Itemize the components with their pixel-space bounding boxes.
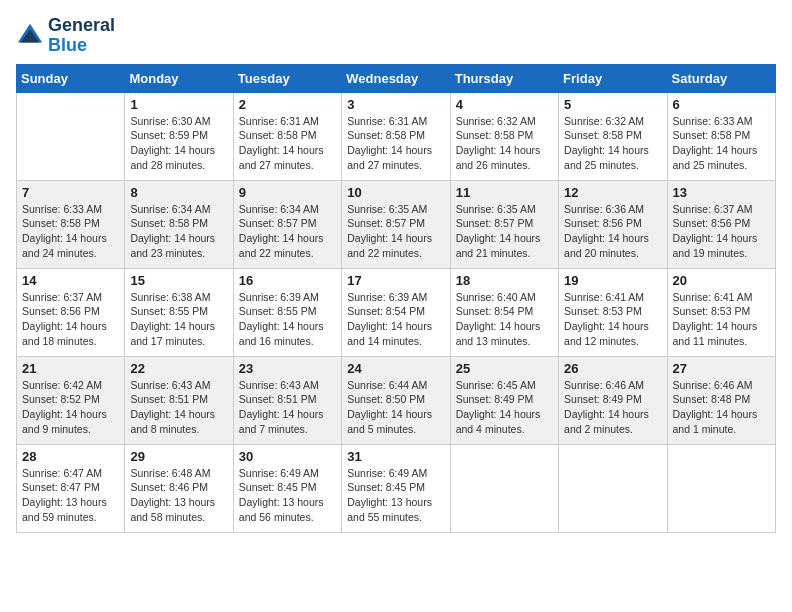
day-info: Sunrise: 6:39 AMSunset: 8:55 PMDaylight:…	[239, 290, 336, 349]
calendar-table: SundayMondayTuesdayWednesdayThursdayFrid…	[16, 64, 776, 533]
day-number: 13	[673, 185, 770, 200]
calendar-cell: 27Sunrise: 6:46 AMSunset: 8:48 PMDayligh…	[667, 356, 775, 444]
day-info: Sunrise: 6:30 AMSunset: 8:59 PMDaylight:…	[130, 114, 227, 173]
weekday-header: Tuesday	[233, 64, 341, 92]
day-number: 5	[564, 97, 661, 112]
day-info: Sunrise: 6:49 AMSunset: 8:45 PMDaylight:…	[347, 466, 444, 525]
day-info: Sunrise: 6:41 AMSunset: 8:53 PMDaylight:…	[673, 290, 770, 349]
calendar-week-row: 1Sunrise: 6:30 AMSunset: 8:59 PMDaylight…	[17, 92, 776, 180]
calendar-cell: 29Sunrise: 6:48 AMSunset: 8:46 PMDayligh…	[125, 444, 233, 532]
calendar-cell: 30Sunrise: 6:49 AMSunset: 8:45 PMDayligh…	[233, 444, 341, 532]
day-info: Sunrise: 6:31 AMSunset: 8:58 PMDaylight:…	[347, 114, 444, 173]
day-info: Sunrise: 6:43 AMSunset: 8:51 PMDaylight:…	[239, 378, 336, 437]
day-number: 17	[347, 273, 444, 288]
calendar-cell: 5Sunrise: 6:32 AMSunset: 8:58 PMDaylight…	[559, 92, 667, 180]
day-number: 12	[564, 185, 661, 200]
calendar-cell: 23Sunrise: 6:43 AMSunset: 8:51 PMDayligh…	[233, 356, 341, 444]
calendar-cell	[450, 444, 558, 532]
day-number: 2	[239, 97, 336, 112]
day-info: Sunrise: 6:38 AMSunset: 8:55 PMDaylight:…	[130, 290, 227, 349]
calendar-cell: 8Sunrise: 6:34 AMSunset: 8:58 PMDaylight…	[125, 180, 233, 268]
calendar-cell: 17Sunrise: 6:39 AMSunset: 8:54 PMDayligh…	[342, 268, 450, 356]
calendar-week-row: 28Sunrise: 6:47 AMSunset: 8:47 PMDayligh…	[17, 444, 776, 532]
day-number: 20	[673, 273, 770, 288]
calendar-cell: 15Sunrise: 6:38 AMSunset: 8:55 PMDayligh…	[125, 268, 233, 356]
day-info: Sunrise: 6:43 AMSunset: 8:51 PMDaylight:…	[130, 378, 227, 437]
calendar-cell: 1Sunrise: 6:30 AMSunset: 8:59 PMDaylight…	[125, 92, 233, 180]
day-number: 22	[130, 361, 227, 376]
day-info: Sunrise: 6:34 AMSunset: 8:57 PMDaylight:…	[239, 202, 336, 261]
day-number: 16	[239, 273, 336, 288]
calendar-week-row: 21Sunrise: 6:42 AMSunset: 8:52 PMDayligh…	[17, 356, 776, 444]
day-number: 30	[239, 449, 336, 464]
day-info: Sunrise: 6:35 AMSunset: 8:57 PMDaylight:…	[456, 202, 553, 261]
calendar-cell: 24Sunrise: 6:44 AMSunset: 8:50 PMDayligh…	[342, 356, 450, 444]
weekday-header: Thursday	[450, 64, 558, 92]
day-number: 27	[673, 361, 770, 376]
day-number: 7	[22, 185, 119, 200]
day-number: 29	[130, 449, 227, 464]
calendar-cell: 3Sunrise: 6:31 AMSunset: 8:58 PMDaylight…	[342, 92, 450, 180]
day-info: Sunrise: 6:45 AMSunset: 8:49 PMDaylight:…	[456, 378, 553, 437]
day-info: Sunrise: 6:32 AMSunset: 8:58 PMDaylight:…	[564, 114, 661, 173]
day-number: 21	[22, 361, 119, 376]
day-number: 1	[130, 97, 227, 112]
day-info: Sunrise: 6:37 AMSunset: 8:56 PMDaylight:…	[22, 290, 119, 349]
day-info: Sunrise: 6:46 AMSunset: 8:48 PMDaylight:…	[673, 378, 770, 437]
day-number: 8	[130, 185, 227, 200]
day-number: 24	[347, 361, 444, 376]
day-info: Sunrise: 6:31 AMSunset: 8:58 PMDaylight:…	[239, 114, 336, 173]
calendar-cell: 21Sunrise: 6:42 AMSunset: 8:52 PMDayligh…	[17, 356, 125, 444]
calendar-cell: 14Sunrise: 6:37 AMSunset: 8:56 PMDayligh…	[17, 268, 125, 356]
day-info: Sunrise: 6:33 AMSunset: 8:58 PMDaylight:…	[22, 202, 119, 261]
calendar-cell: 13Sunrise: 6:37 AMSunset: 8:56 PMDayligh…	[667, 180, 775, 268]
day-number: 15	[130, 273, 227, 288]
weekday-header: Monday	[125, 64, 233, 92]
day-number: 31	[347, 449, 444, 464]
calendar-cell: 11Sunrise: 6:35 AMSunset: 8:57 PMDayligh…	[450, 180, 558, 268]
day-info: Sunrise: 6:32 AMSunset: 8:58 PMDaylight:…	[456, 114, 553, 173]
calendar-cell: 18Sunrise: 6:40 AMSunset: 8:54 PMDayligh…	[450, 268, 558, 356]
calendar-week-row: 14Sunrise: 6:37 AMSunset: 8:56 PMDayligh…	[17, 268, 776, 356]
day-info: Sunrise: 6:49 AMSunset: 8:45 PMDaylight:…	[239, 466, 336, 525]
day-number: 19	[564, 273, 661, 288]
day-info: Sunrise: 6:39 AMSunset: 8:54 PMDaylight:…	[347, 290, 444, 349]
day-info: Sunrise: 6:34 AMSunset: 8:58 PMDaylight:…	[130, 202, 227, 261]
day-info: Sunrise: 6:40 AMSunset: 8:54 PMDaylight:…	[456, 290, 553, 349]
day-info: Sunrise: 6:37 AMSunset: 8:56 PMDaylight:…	[673, 202, 770, 261]
day-number: 9	[239, 185, 336, 200]
day-number: 25	[456, 361, 553, 376]
day-info: Sunrise: 6:42 AMSunset: 8:52 PMDaylight:…	[22, 378, 119, 437]
calendar-cell: 12Sunrise: 6:36 AMSunset: 8:56 PMDayligh…	[559, 180, 667, 268]
calendar-week-row: 7Sunrise: 6:33 AMSunset: 8:58 PMDaylight…	[17, 180, 776, 268]
calendar-cell: 10Sunrise: 6:35 AMSunset: 8:57 PMDayligh…	[342, 180, 450, 268]
calendar-cell: 26Sunrise: 6:46 AMSunset: 8:49 PMDayligh…	[559, 356, 667, 444]
logo-text: General Blue	[48, 16, 115, 56]
calendar-cell: 20Sunrise: 6:41 AMSunset: 8:53 PMDayligh…	[667, 268, 775, 356]
day-number: 4	[456, 97, 553, 112]
calendar-cell	[559, 444, 667, 532]
day-number: 11	[456, 185, 553, 200]
day-number: 6	[673, 97, 770, 112]
day-info: Sunrise: 6:33 AMSunset: 8:58 PMDaylight:…	[673, 114, 770, 173]
calendar-cell: 25Sunrise: 6:45 AMSunset: 8:49 PMDayligh…	[450, 356, 558, 444]
day-info: Sunrise: 6:48 AMSunset: 8:46 PMDaylight:…	[130, 466, 227, 525]
calendar-cell: 7Sunrise: 6:33 AMSunset: 8:58 PMDaylight…	[17, 180, 125, 268]
weekday-header: Wednesday	[342, 64, 450, 92]
day-info: Sunrise: 6:47 AMSunset: 8:47 PMDaylight:…	[22, 466, 119, 525]
calendar-header-row: SundayMondayTuesdayWednesdayThursdayFrid…	[17, 64, 776, 92]
day-info: Sunrise: 6:36 AMSunset: 8:56 PMDaylight:…	[564, 202, 661, 261]
page-header: General Blue	[16, 16, 776, 56]
day-number: 26	[564, 361, 661, 376]
day-number: 10	[347, 185, 444, 200]
day-number: 3	[347, 97, 444, 112]
day-number: 14	[22, 273, 119, 288]
calendar-cell: 16Sunrise: 6:39 AMSunset: 8:55 PMDayligh…	[233, 268, 341, 356]
day-number: 28	[22, 449, 119, 464]
calendar-cell	[667, 444, 775, 532]
day-info: Sunrise: 6:35 AMSunset: 8:57 PMDaylight:…	[347, 202, 444, 261]
day-info: Sunrise: 6:44 AMSunset: 8:50 PMDaylight:…	[347, 378, 444, 437]
calendar-cell: 4Sunrise: 6:32 AMSunset: 8:58 PMDaylight…	[450, 92, 558, 180]
calendar-cell: 2Sunrise: 6:31 AMSunset: 8:58 PMDaylight…	[233, 92, 341, 180]
calendar-cell: 31Sunrise: 6:49 AMSunset: 8:45 PMDayligh…	[342, 444, 450, 532]
